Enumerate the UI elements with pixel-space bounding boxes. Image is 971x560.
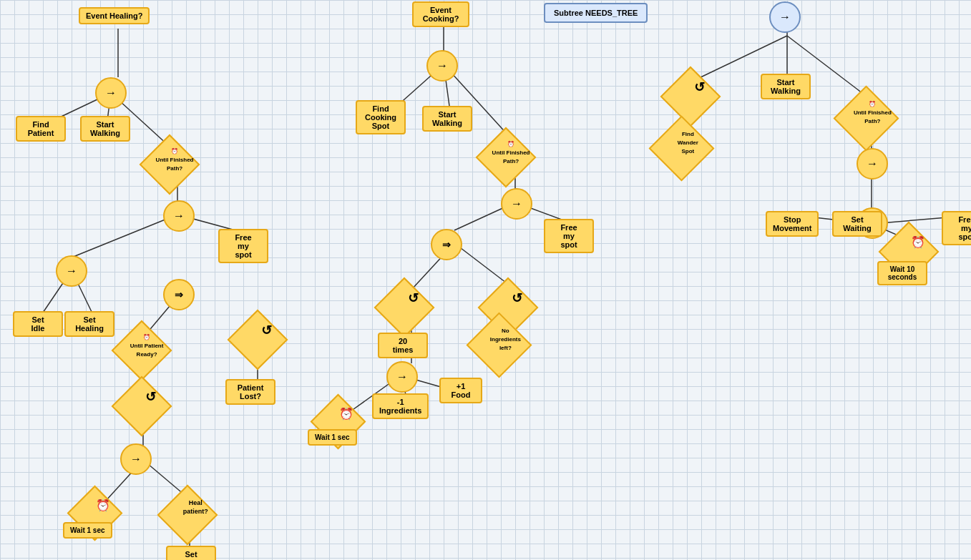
- arrow-c2-circle[interactable]: →: [501, 188, 532, 220]
- arrow-c3-circle[interactable]: →: [386, 361, 418, 393]
- patient-lost-node[interactable]: PatientLost?: [225, 379, 275, 405]
- arrow-circle-2[interactable]: →: [163, 200, 195, 232]
- repeat-2-node[interactable]: ↺: [120, 385, 163, 428]
- start-walking-1-node[interactable]: StartWalking: [80, 116, 130, 142]
- arrow-circle-4[interactable]: →: [120, 443, 152, 475]
- parallel-1-node[interactable]: ⇒: [163, 279, 195, 310]
- free-my-spot-1-node[interactable]: Freemyspot: [218, 229, 268, 263]
- free-my-spot-2-node[interactable]: Freemyspot: [544, 219, 594, 253]
- find-patient-node[interactable]: FindPatient: [16, 116, 66, 142]
- arrow-r1-circle[interactable]: →: [857, 148, 888, 180]
- repeat-1-node[interactable]: ↺: [236, 318, 279, 361]
- no-ingredients-node[interactable]: NoIngredientsleft?: [476, 322, 522, 368]
- free-my-spot-3-node[interactable]: Freemyspot: [942, 211, 971, 245]
- until-patient-ready-node[interactable]: ⏰Until PatientReady?: [120, 329, 163, 372]
- set-idle-node[interactable]: SetIdle: [13, 311, 63, 337]
- event-healing-node[interactable]: Event Healing?: [79, 7, 150, 24]
- arrow-circle-3[interactable]: →: [56, 255, 87, 287]
- set-waiting-node[interactable]: SetWaiting: [832, 211, 882, 237]
- circle-top-right-node[interactable]: →: [769, 1, 801, 33]
- svg-line-31: [698, 36, 787, 79]
- until-finished-1-node[interactable]: ⏰Until FinishedPath?: [148, 143, 191, 186]
- start-walking-3-node[interactable]: StartWalking: [761, 74, 811, 99]
- wait-1-sec-2-label: Wait 1 sec: [308, 429, 357, 446]
- svg-line-6: [72, 215, 177, 257]
- event-cooking-node[interactable]: EventCooking?: [412, 1, 469, 27]
- twenty-times-node[interactable]: 20times: [378, 333, 428, 358]
- until-finished-3-node[interactable]: ⏰Until FinishedPath?: [843, 95, 889, 142]
- set-healing-node[interactable]: SetHealing: [64, 311, 114, 337]
- start-walking-2-node[interactable]: StartWalking: [422, 106, 472, 132]
- find-wander-spot-node[interactable]: FindWanderSpot: [658, 125, 705, 172]
- heal-patient-node[interactable]: Healpatient?: [166, 493, 209, 536]
- repeat-cooking-1-node[interactable]: ↺: [383, 286, 426, 329]
- parallel-2-node[interactable]: ⇒: [431, 229, 462, 260]
- wait-1-sec-1-label: Wait 1 sec: [63, 522, 112, 539]
- stop-movement-node[interactable]: StopMovement: [766, 211, 819, 237]
- minus-ingredients-node[interactable]: -1Ingredients: [372, 393, 429, 419]
- repeat-wander-1-node[interactable]: ↺: [669, 75, 712, 118]
- subtree-needs-tree-node[interactable]: Subtree NEEDS_TREE: [544, 3, 648, 23]
- plus-food-node[interactable]: +1Food: [439, 378, 482, 403]
- wait-10-seconds-label: Wait 10seconds: [877, 261, 927, 285]
- arrow-cooking-circle[interactable]: →: [426, 50, 458, 82]
- set-idle-2-node[interactable]: SetIdle: [166, 546, 216, 560]
- find-cooking-spot-node[interactable]: FindCookingSpot: [356, 100, 406, 134]
- arrow-circle-1[interactable]: →: [95, 77, 127, 109]
- until-finished-2-node[interactable]: ⏰Until FinishedPath?: [484, 136, 527, 179]
